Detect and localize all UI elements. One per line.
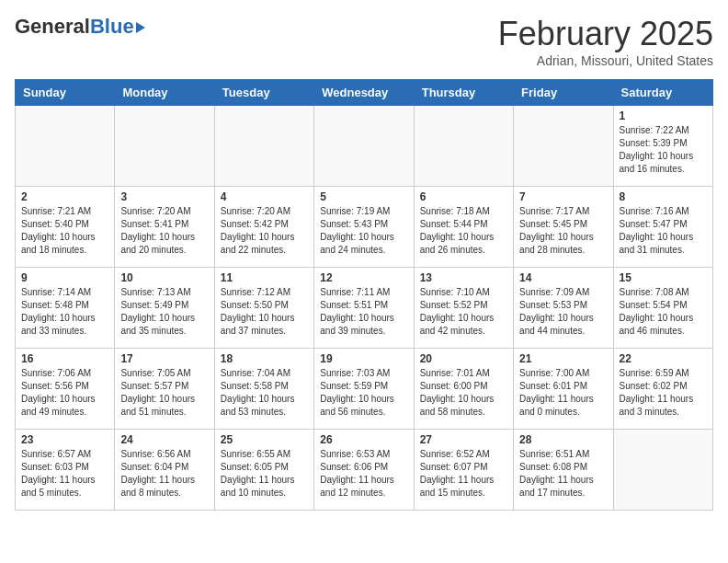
day-number: 26 xyxy=(320,433,407,446)
calendar-cell: 10Sunrise: 7:13 AM Sunset: 5:49 PM Dayli… xyxy=(115,268,214,349)
day-number: 23 xyxy=(21,433,108,446)
calendar-cell xyxy=(514,106,613,187)
calendar-cell: 13Sunrise: 7:10 AM Sunset: 5:52 PM Dayli… xyxy=(414,268,513,349)
day-number: 2 xyxy=(21,190,108,203)
day-info: Sunrise: 6:55 AM Sunset: 6:05 PM Dayligh… xyxy=(221,448,308,500)
days-header-row: SundayMondayTuesdayWednesdayThursdayFrid… xyxy=(16,80,713,106)
week-row-3: 9Sunrise: 7:14 AM Sunset: 5:48 PM Daylig… xyxy=(16,268,713,349)
calendar-cell: 11Sunrise: 7:12 AM Sunset: 5:50 PM Dayli… xyxy=(214,268,313,349)
calendar-cell: 28Sunrise: 6:51 AM Sunset: 6:08 PM Dayli… xyxy=(514,430,613,511)
day-number: 5 xyxy=(320,190,407,203)
day-info: Sunrise: 7:14 AM Sunset: 5:48 PM Dayligh… xyxy=(21,286,108,338)
logo: General Blue xyxy=(15,15,145,39)
calendar-cell: 5Sunrise: 7:19 AM Sunset: 5:43 PM Daylig… xyxy=(314,187,414,268)
day-info: Sunrise: 7:10 AM Sunset: 5:52 PM Dayligh… xyxy=(420,286,507,338)
day-header-sunday: Sunday xyxy=(16,80,115,106)
day-number: 16 xyxy=(21,352,108,365)
logo-general-text: General xyxy=(15,15,90,39)
day-number: 28 xyxy=(519,433,607,446)
calendar-body: 1Sunrise: 7:22 AM Sunset: 5:39 PM Daylig… xyxy=(16,106,713,511)
calendar-cell: 20Sunrise: 7:01 AM Sunset: 6:00 PM Dayli… xyxy=(414,349,513,430)
day-number: 27 xyxy=(420,433,507,446)
calendar-cell: 6Sunrise: 7:18 AM Sunset: 5:44 PM Daylig… xyxy=(414,187,513,268)
day-info: Sunrise: 7:18 AM Sunset: 5:44 PM Dayligh… xyxy=(420,205,507,257)
calendar-cell xyxy=(115,106,214,187)
logo-triangle-icon xyxy=(136,22,145,33)
day-header-monday: Monday xyxy=(115,80,214,106)
day-number: 6 xyxy=(420,190,507,203)
day-header-wednesday: Wednesday xyxy=(314,80,414,106)
calendar-cell: 15Sunrise: 7:08 AM Sunset: 5:54 PM Dayli… xyxy=(613,268,712,349)
day-info: Sunrise: 7:03 AM Sunset: 5:59 PM Dayligh… xyxy=(320,367,407,419)
calendar-table: SundayMondayTuesdayWednesdayThursdayFrid… xyxy=(15,79,713,511)
day-info: Sunrise: 7:17 AM Sunset: 5:45 PM Dayligh… xyxy=(519,205,607,257)
day-number: 18 xyxy=(221,352,308,365)
day-info: Sunrise: 7:06 AM Sunset: 5:56 PM Dayligh… xyxy=(21,367,108,419)
day-info: Sunrise: 7:20 AM Sunset: 5:42 PM Dayligh… xyxy=(221,205,308,257)
calendar-cell: 26Sunrise: 6:53 AM Sunset: 6:06 PM Dayli… xyxy=(314,430,414,511)
day-header-tuesday: Tuesday xyxy=(214,80,313,106)
calendar-cell xyxy=(214,106,313,187)
day-number: 13 xyxy=(420,271,507,284)
day-number: 19 xyxy=(320,352,407,365)
day-number: 1 xyxy=(620,109,707,122)
day-info: Sunrise: 7:04 AM Sunset: 5:58 PM Dayligh… xyxy=(221,367,308,419)
calendar-cell: 4Sunrise: 7:20 AM Sunset: 5:42 PM Daylig… xyxy=(214,187,313,268)
calendar-cell: 9Sunrise: 7:14 AM Sunset: 5:48 PM Daylig… xyxy=(16,268,115,349)
calendar-cell: 18Sunrise: 7:04 AM Sunset: 5:58 PM Dayli… xyxy=(214,349,313,430)
calendar-cell: 17Sunrise: 7:05 AM Sunset: 5:57 PM Dayli… xyxy=(115,349,214,430)
day-number: 12 xyxy=(320,271,407,284)
day-info: Sunrise: 7:00 AM Sunset: 6:01 PM Dayligh… xyxy=(519,367,607,419)
calendar-header: SundayMondayTuesdayWednesdayThursdayFrid… xyxy=(16,80,713,106)
day-info: Sunrise: 7:01 AM Sunset: 6:00 PM Dayligh… xyxy=(420,367,507,419)
day-info: Sunrise: 6:52 AM Sunset: 6:07 PM Dayligh… xyxy=(420,448,507,500)
day-number: 20 xyxy=(420,352,507,365)
day-info: Sunrise: 7:12 AM Sunset: 5:50 PM Dayligh… xyxy=(221,286,308,338)
calendar-cell xyxy=(314,106,414,187)
day-info: Sunrise: 7:11 AM Sunset: 5:51 PM Dayligh… xyxy=(320,286,407,338)
calendar-cell: 24Sunrise: 6:56 AM Sunset: 6:04 PM Dayli… xyxy=(115,430,214,511)
day-number: 9 xyxy=(21,271,108,284)
week-row-1: 1Sunrise: 7:22 AM Sunset: 5:39 PM Daylig… xyxy=(16,106,713,187)
day-number: 17 xyxy=(120,352,208,365)
week-row-2: 2Sunrise: 7:21 AM Sunset: 5:40 PM Daylig… xyxy=(16,187,713,268)
day-info: Sunrise: 7:09 AM Sunset: 5:53 PM Dayligh… xyxy=(519,286,607,338)
day-info: Sunrise: 7:05 AM Sunset: 5:57 PM Dayligh… xyxy=(120,367,208,419)
calendar-cell xyxy=(16,106,115,187)
calendar-cell: 2Sunrise: 7:21 AM Sunset: 5:40 PM Daylig… xyxy=(16,187,115,268)
month-title: February 2025 xyxy=(498,15,713,53)
page-header: General Blue February 2025 Adrian, Misso… xyxy=(15,15,713,68)
day-number: 4 xyxy=(221,190,308,203)
week-row-5: 23Sunrise: 6:57 AM Sunset: 6:03 PM Dayli… xyxy=(16,430,713,511)
calendar-cell: 12Sunrise: 7:11 AM Sunset: 5:51 PM Dayli… xyxy=(314,268,414,349)
day-info: Sunrise: 6:53 AM Sunset: 6:06 PM Dayligh… xyxy=(320,448,407,500)
calendar-cell: 14Sunrise: 7:09 AM Sunset: 5:53 PM Dayli… xyxy=(514,268,613,349)
calendar-cell: 22Sunrise: 6:59 AM Sunset: 6:02 PM Dayli… xyxy=(613,349,712,430)
day-number: 21 xyxy=(519,352,607,365)
calendar-cell: 8Sunrise: 7:16 AM Sunset: 5:47 PM Daylig… xyxy=(613,187,712,268)
calendar-cell: 16Sunrise: 7:06 AM Sunset: 5:56 PM Dayli… xyxy=(16,349,115,430)
calendar-cell: 23Sunrise: 6:57 AM Sunset: 6:03 PM Dayli… xyxy=(16,430,115,511)
calendar-cell: 7Sunrise: 7:17 AM Sunset: 5:45 PM Daylig… xyxy=(514,187,613,268)
day-number: 14 xyxy=(519,271,607,284)
calendar-cell: 21Sunrise: 7:00 AM Sunset: 6:01 PM Dayli… xyxy=(514,349,613,430)
calendar-cell: 1Sunrise: 7:22 AM Sunset: 5:39 PM Daylig… xyxy=(613,106,712,187)
day-info: Sunrise: 7:13 AM Sunset: 5:49 PM Dayligh… xyxy=(120,286,208,338)
day-info: Sunrise: 7:16 AM Sunset: 5:47 PM Dayligh… xyxy=(620,205,707,257)
calendar-cell xyxy=(613,430,712,511)
week-row-4: 16Sunrise: 7:06 AM Sunset: 5:56 PM Dayli… xyxy=(16,349,713,430)
day-info: Sunrise: 6:57 AM Sunset: 6:03 PM Dayligh… xyxy=(21,448,108,500)
day-info: Sunrise: 7:20 AM Sunset: 5:41 PM Dayligh… xyxy=(120,205,208,257)
day-number: 11 xyxy=(221,271,308,284)
calendar-cell: 19Sunrise: 7:03 AM Sunset: 5:59 PM Dayli… xyxy=(314,349,414,430)
day-info: Sunrise: 7:08 AM Sunset: 5:54 PM Dayligh… xyxy=(620,286,707,338)
location-text: Adrian, Missouri, United States xyxy=(498,53,713,68)
logo-blue-text: Blue xyxy=(90,15,134,39)
day-info: Sunrise: 7:21 AM Sunset: 5:40 PM Dayligh… xyxy=(21,205,108,257)
day-number: 7 xyxy=(519,190,607,203)
day-info: Sunrise: 7:19 AM Sunset: 5:43 PM Dayligh… xyxy=(320,205,407,257)
day-number: 10 xyxy=(120,271,208,284)
title-section: February 2025 Adrian, Missouri, United S… xyxy=(498,15,713,68)
day-number: 22 xyxy=(620,352,707,365)
day-info: Sunrise: 6:59 AM Sunset: 6:02 PM Dayligh… xyxy=(620,367,707,419)
